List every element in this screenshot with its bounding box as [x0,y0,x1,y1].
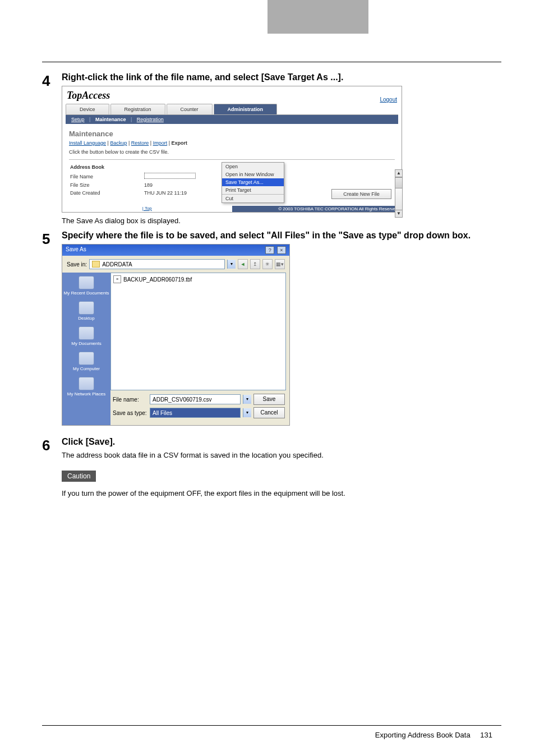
savein-value: ADDRDATA [102,261,132,268]
link-restore[interactable]: Restore [131,140,149,146]
back-icon[interactable]: ◄ [238,259,248,269]
cm-open[interactable]: Open [222,163,284,170]
saveas-title-text: Save As [66,246,86,254]
filename-dropdown-icon[interactable]: ▾ [243,395,251,404]
step-6-number: 6 [42,437,62,453]
link-export[interactable]: Export [172,140,188,146]
context-menu: Open Open in New Window Save Target As..… [222,162,284,203]
cancel-button[interactable]: Cancel [253,407,285,418]
savein-select[interactable]: ADDRDATA [89,259,225,269]
caution-badge: Caution [62,471,96,482]
desktop-icon [79,301,94,315]
csv-note: Click the button below to create the CSV… [69,149,395,155]
subtab-sep1: | [89,117,90,122]
label-filesize: File Size [70,182,143,188]
computer-icon [79,352,94,365]
label-datecreated: Date Created [70,190,143,196]
network-icon [79,377,94,390]
place-desktop[interactable]: Desktop [62,301,110,321]
topaccess-logo: TopAccess [62,86,402,104]
footer-page-number: 131 [480,731,492,739]
cm-open-new-window[interactable]: Open in New Window [222,170,284,178]
save-button[interactable]: Save [253,394,285,405]
subtab-sep2: | [131,117,132,122]
scroll-down-icon[interactable]: ▼ [395,210,403,218]
subtab-maintenance[interactable]: Maintenance [95,117,126,122]
scroll-track[interactable] [395,188,403,210]
label-filename: File Name [70,172,143,181]
copyright: © 2003 TOSHIBA TEC CORPORATION All Right… [232,206,402,212]
help-icon[interactable]: ? [265,246,274,254]
caution-text: If you turn the power of the equipment O… [62,488,501,499]
step-4-title: Right-click the link of the file name, a… [62,72,501,82]
create-new-file-button[interactable]: Create New File [331,189,391,199]
top-link[interactable]: | Top [62,206,232,212]
file-name[interactable]: BACKUP_ADDR060719.tbf [123,276,192,283]
top-tabs: Device Registration Counter Administrati… [66,104,398,115]
link-import[interactable]: Import [153,140,168,146]
views-icon[interactable]: ▦▾ [275,259,285,269]
cm-save-target-as[interactable]: Save Target As... [222,178,284,186]
folder-icon [92,261,100,268]
filename-label: File name: [113,397,147,403]
tab-counter[interactable]: Counter [167,104,213,114]
logout-link[interactable]: Logout [380,96,397,103]
scroll-thumb[interactable] [395,177,403,188]
step-5-number: 5 [42,231,62,246]
step-4-after-text: The Save As dialog box is displayed. [62,216,501,226]
divider [69,159,395,160]
step-6-title: Click [Save]. [62,437,501,447]
tab-device[interactable]: Device [66,104,109,114]
saveastype-select[interactable]: All Files [150,408,241,418]
cm-print-target[interactable]: Print Target [222,186,284,194]
scrollbar[interactable]: ▲ ▼ [395,169,403,208]
step-5-title: Specify where the file is to be saved, a… [62,231,501,241]
saveas-dialog: Save As ? × Save in: ADDRDATA ▾ ◄ ↥ ✳ [62,244,290,426]
top-rule [42,62,501,62]
places-bar: My Recent Documents Desktop My Documents… [62,273,110,425]
newfolder-icon[interactable]: ✳ [262,259,273,269]
place-mynetwork[interactable]: My Network Places [62,377,110,397]
saveas-titlebar: Save As ? × [62,245,289,256]
step-6-text: The address book data file in a CSV form… [62,450,501,460]
subtab-setup[interactable]: Setup [71,117,85,122]
sub-tabs: Setup | Maintenance | Registration [66,115,398,124]
recent-icon [79,276,94,289]
place-recent[interactable]: My Recent Documents [62,276,110,296]
saveastype-dropdown-icon[interactable]: ▾ [243,408,251,417]
filename-link[interactable] [144,173,196,179]
step-4-number: 4 [42,72,62,88]
file-list[interactable]: ≡ BACKUP_ADDR060719.tbf [110,273,286,390]
place-mydocuments[interactable]: My Documents [62,326,110,346]
list-item: ≡ BACKUP_ADDR060719.tbf [113,275,283,283]
chevron-down-icon[interactable]: ▾ [227,260,236,269]
tab-administration[interactable]: Administration [214,104,278,114]
savein-label: Save in: [67,261,87,268]
topaccess-screenshot: TopAccess Logout Device Registration Cou… [62,86,402,213]
maintenance-heading: Maintenance [69,130,395,138]
footer-rule [42,725,501,726]
link-backup[interactable]: Backup [110,140,127,146]
scroll-up-icon[interactable]: ▲ [395,169,403,177]
footer-text: Exporting Address Book Data [375,731,471,739]
tab-registration[interactable]: Registration [110,104,165,114]
saveastype-label: Save as type: [113,410,147,416]
maintenance-linkbar: Install Language | Backup | Restore | Im… [69,140,395,146]
place-mycomputer[interactable]: My Computer [62,352,110,371]
file-icon: ≡ [113,275,121,283]
close-icon[interactable]: × [277,246,286,254]
subtab-registration[interactable]: Registration [137,117,164,122]
up-icon[interactable]: ↥ [250,259,260,269]
documents-icon [79,326,94,340]
page-footer: Exporting Address Book Data 131 [375,731,492,739]
cm-cut[interactable]: Cut [222,194,284,202]
filename-input[interactable]: ADDR_CSV060719.csv [150,394,241,404]
link-install[interactable]: Install Language [69,140,106,146]
